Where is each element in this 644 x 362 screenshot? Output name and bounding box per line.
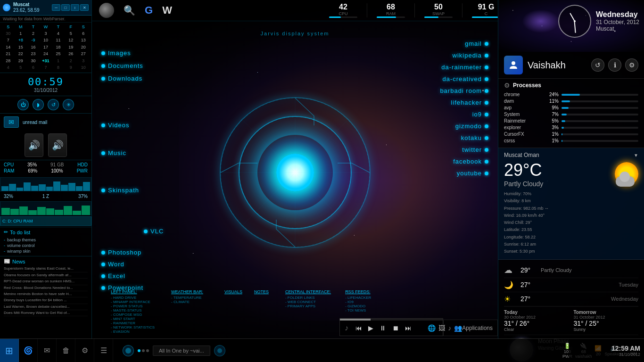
pressure: Pressure: 982.05 mb ↔: [504, 205, 638, 212]
info-btn[interactable]: i: [71, 4, 79, 11]
taskbar-icon-1[interactable]: 🌀: [19, 339, 38, 362]
news-item-4[interactable]: Red Cross: Blood Donations Needed to...: [4, 285, 88, 291]
news-item-3[interactable]: RPT-Dead crew woman on sunken HMS...: [4, 279, 88, 285]
vlc-link[interactable]: VLC: [144, 228, 164, 235]
news-item-2[interactable]: Obama focuses on Sandy aftermath af...: [4, 272, 88, 279]
app-da-creatived[interactable]: da-creatived: [440, 75, 488, 82]
next-btn[interactable]: ⏭: [403, 323, 413, 333]
lp-item-5: - COMPOSE MSG: [111, 313, 155, 317]
vol-section: 32% 1 Z 37%: [0, 192, 91, 200]
refresh-btn[interactable]: ↺: [591, 58, 604, 72]
taskbar-icon-settings[interactable]: ⚙: [75, 339, 94, 362]
jarvis-widget: [220, 97, 371, 248]
news-item-6[interactable]: Disney buys Lucasfilm for $4 billion ...: [4, 297, 88, 304]
hubble-image: Wednesday 31 October, 2012 Muscat: [498, 0, 644, 52]
photo-icon[interactable]: 🖼: [438, 324, 445, 332]
stop-btn[interactable]: ⏹: [390, 323, 401, 333]
news-item-1[interactable]: Superstorm Sandy slams East Coast, le...: [4, 266, 88, 272]
moon-icon[interactable]: [99, 3, 114, 18]
info-user-btn[interactable]: ℹ: [608, 58, 621, 72]
tomorrow-label: Tomorrow: [574, 310, 639, 315]
minimize-btn[interactable]: ─: [52, 4, 60, 11]
office-apps: Photoshop Word Excel Powerpoint: [101, 249, 143, 291]
fc-sun-icon: ☀: [504, 295, 520, 304]
restore-btn[interactable]: □: [61, 4, 70, 11]
cal-row-2: 7 +8 -9 10 11 12 13: [2, 37, 90, 43]
folder-images[interactable]: Images: [101, 49, 143, 57]
google-button[interactable]: G: [145, 4, 153, 16]
app-twitter[interactable]: twitter: [440, 146, 488, 153]
app-lifehacker[interactable]: lifehacker: [440, 99, 488, 106]
pause-btn[interactable]: ⏸: [378, 323, 388, 333]
taskbar-icon-trash[interactable]: 🗑: [57, 339, 75, 362]
app-io9[interactable]: io9: [440, 111, 488, 118]
power-buttons: ⏻ ◗ ↺ ✳: [0, 96, 91, 113]
lp-item-4: - MASTE-STATUS: [111, 308, 155, 313]
folder-documents[interactable]: Documents: [101, 62, 143, 69]
lp-item-2: - MINAMP INTERFACE: [111, 300, 155, 304]
active-window-item[interactable]: All In One by ~vai...: [153, 346, 210, 356]
speakers: 🔊 🔊: [0, 131, 91, 160]
app-gizmodo[interactable]: gizmodo: [440, 123, 488, 130]
disk-label: C: D: CPU RAM: [2, 219, 33, 223]
news-item-7[interactable]: Last Warren, Brown debate cancelled...: [4, 304, 88, 310]
folder-videos[interactable]: Videos: [101, 122, 143, 129]
restart-btn[interactable]: ↺: [48, 99, 59, 110]
close-btn[interactable]: ✕: [80, 4, 89, 11]
mail-icon[interactable]: ✉: [4, 116, 19, 128]
folder-downloads[interactable]: Downloads: [101, 75, 143, 82]
start-button[interactable]: ⊞: [0, 339, 19, 362]
app-facebook[interactable]: facebook: [440, 158, 488, 165]
processes-section: ⚙ Processes chrome 24% dwm 11% avp 9% Sy…: [498, 79, 644, 148]
folder-skinspath[interactable]: Skinspath: [101, 187, 143, 194]
settings-user-btn[interactable]: ⚙: [625, 58, 638, 72]
news-item-8[interactable]: Does Mitt Romney Want to Get Rid of...: [4, 310, 88, 316]
visibility: Visibility: 8 km: [504, 197, 638, 205]
secondary-time: 12:59 AM: [611, 345, 640, 352]
proc-chrome: chrome 24%: [504, 92, 638, 97]
humidity: Humidity: 70%: [504, 190, 638, 197]
proc-name: CursorFX: [504, 132, 542, 137]
dropdown-icon[interactable]: ▼: [634, 153, 638, 158]
circle-nav-icon[interactable]: [214, 345, 225, 356]
app-photoshop[interactable]: Photoshop: [101, 249, 143, 256]
lock-btn[interactable]: ✳: [63, 99, 74, 110]
app-barbadi[interactable]: barbadi room: [440, 87, 488, 94]
app-excel[interactable]: Excel: [101, 272, 143, 280]
folder-dot-icon: [101, 77, 105, 81]
prev-btn[interactable]: ⏮: [354, 323, 364, 333]
music-bar-icon[interactable]: ♪: [448, 324, 451, 332]
folder-music[interactable]: Music: [101, 149, 143, 156]
todo-section: ✏ To do list - backup themes - volume co…: [0, 227, 91, 256]
proc-pct: 3%: [545, 125, 559, 130]
calendar: S M T W T F S 30 1 2 3 4 5 6 7 +8 -9 10 …: [0, 23, 91, 73]
app-youtube[interactable]: youtube: [440, 170, 488, 177]
cpu-chart: [0, 177, 91, 191]
app-word[interactable]: Word: [101, 261, 143, 268]
sleep-btn[interactable]: ◗: [33, 99, 44, 110]
globe-icon[interactable]: 🌐: [428, 324, 436, 332]
search-icon[interactable]: 🔍: [124, 5, 135, 16]
jarvis-title: Jarvis display system: [261, 31, 330, 36]
app-kotaku[interactable]: kotaku: [440, 134, 488, 141]
news-item-5[interactable]: Menino reminds Boston to have safe H...: [4, 291, 88, 297]
page-dots: [138, 349, 149, 352]
todo-item-3: - winamp skin: [4, 248, 88, 254]
proc-pct: 1%: [545, 132, 559, 137]
play-btn[interactable]: ▶: [366, 323, 375, 333]
day-name: Wednesday: [596, 10, 639, 19]
user-section: Vaishakh ↺ ℹ ⚙: [498, 52, 644, 79]
app-gmail[interactable]: gmail: [440, 40, 488, 47]
applications-label[interactable]: Applications: [462, 325, 493, 331]
app-wikipedia[interactable]: wikipedia: [440, 52, 488, 59]
rss-item-4: - TOI NEWS: [345, 308, 371, 313]
wikipedia-button[interactable]: W: [162, 4, 172, 16]
folder-dot-icon: [101, 64, 105, 68]
today-condition: Clear: [504, 327, 569, 332]
taskbar-icon-mail[interactable]: ✉: [38, 339, 57, 362]
people-icon[interactable]: 👥: [454, 324, 462, 332]
fc-temp-current: 29°: [520, 266, 537, 274]
power-off-btn[interactable]: ⏻: [17, 99, 29, 110]
app-da-rainmeter[interactable]: da-rainmeter: [440, 64, 488, 71]
taskbar-icon-window[interactable]: ☰: [94, 339, 113, 362]
